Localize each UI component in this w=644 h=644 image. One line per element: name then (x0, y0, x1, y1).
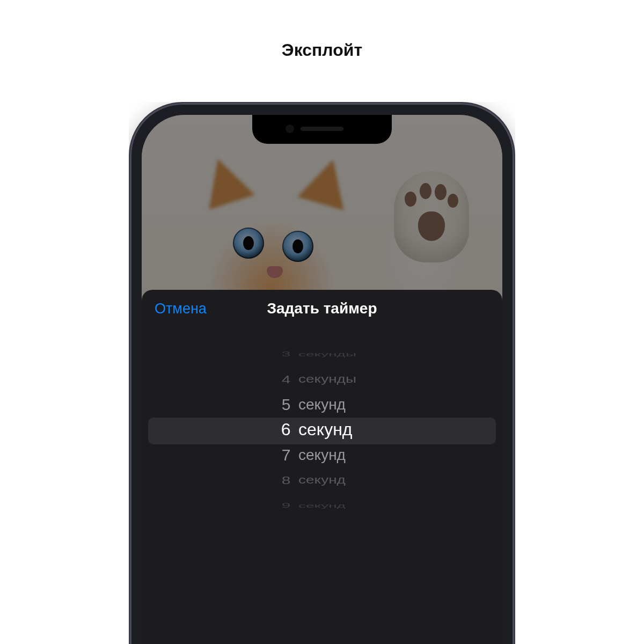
picker-option[interactable]: 9 секунд (142, 493, 502, 518)
picker-unit: секунд (298, 420, 374, 440)
picker-option-selected[interactable]: 6 секунд (142, 417, 502, 442)
page-heading: Эксплойт (0, 40, 644, 60)
picker-unit: секунд (298, 447, 374, 464)
picker-value: 8 (270, 474, 291, 487)
picker-unit: секунд (298, 502, 374, 509)
picker-unit: секунд (298, 474, 374, 486)
picker-value: 3 (270, 350, 291, 358)
picker-value: 4 (270, 373, 291, 386)
picker-option[interactable]: 3 секунды (142, 341, 502, 367)
picker-unit: секунды (298, 373, 374, 385)
picker-value: 7 (270, 446, 291, 464)
cancel-button[interactable]: Отмена (155, 290, 207, 327)
sheet-title: Задать таймер (267, 300, 377, 317)
phone-screen: Отмена Задать таймер 3 секунды 4 секунды (142, 115, 502, 644)
picker-value: 6 (270, 420, 291, 440)
sheet-header: Отмена Задать таймер (142, 290, 502, 327)
timer-picker[interactable]: 3 секунды 4 секунды 5 секунд 6 (142, 341, 502, 518)
picker-option[interactable]: 8 секунд (142, 467, 502, 493)
picker-option[interactable]: 4 секунды (142, 367, 502, 392)
picker-value: 5 (270, 396, 291, 414)
timer-sheet: Отмена Задать таймер 3 секунды 4 секунды (142, 290, 502, 644)
picker-unit: секунды (298, 350, 374, 357)
picker-option[interactable]: 5 секунд (142, 392, 502, 417)
phone-notch (252, 115, 392, 144)
picker-value: 9 (270, 502, 291, 509)
phone-frame: Отмена Задать таймер 3 секунды 4 секунды (129, 102, 515, 644)
phone-mockup: Отмена Задать таймер 3 секунды 4 секунды (129, 102, 515, 644)
picker-list: 3 секунды 4 секунды 5 секунд 6 (142, 341, 502, 518)
picker-option[interactable]: 7 секунд (142, 442, 502, 467)
picker-unit: секунд (298, 396, 374, 413)
